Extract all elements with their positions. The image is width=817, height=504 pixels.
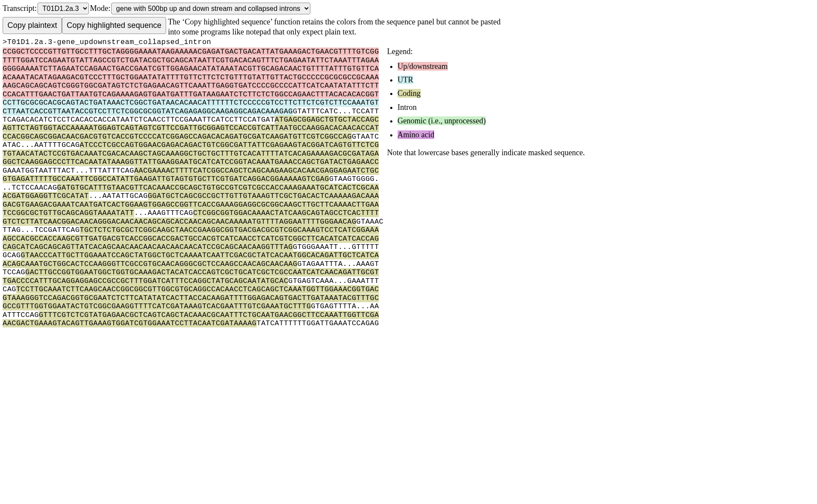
sequence-segment: CTTAATCACCGTTAATACCGTCCTTCTCGGCGCGGTATCA… [3, 107, 293, 116]
sequence-segment: GTGGGAAATT...GTTTTT [293, 243, 379, 251]
legend-item-label: UTR [398, 75, 413, 84]
sequence-segment: GACGTGAAGACGAAATCAATGATCACTGGAAGTGGAGCCG… [3, 201, 379, 209]
copy-plaintext-button[interactable]: Copy plaintext [3, 17, 62, 34]
sequence-segment: ACGATGGAGGTTCGCATAT [3, 192, 89, 200]
sequence-segment: GGCTCAAGGAGCCCTTCACAATATAAAGGTTATTGAAGGA… [3, 158, 379, 166]
sequence-segment: CTCGGCGGTGGACAAAACTATCAAGCAGTAGCCTCACTTT… [193, 209, 379, 217]
sequence-segment: GTAACCCATTGCTTGGAAATCCAGCTATGGCTGCTCAAAA… [21, 251, 379, 259]
sequence-line: CCTTGCGCGCACGCAGTACTGATAAACTCGGCTGATAACA… [3, 99, 384, 107]
sequence-segment: AAGCAGCAGCAGTCGGGTGGCGATAGTCTCTGAGAACAGT… [3, 82, 379, 90]
transcript-select[interactable]: T01D1.2a.3 [37, 3, 89, 14]
sequence-line: GAAATGGTAATTTACT...TTTATTTCAGAACGAAAACTT… [3, 167, 384, 175]
sequence-segment: CCACATTTGAACTGATTAATGTCAGAAAAGAGTGAATGAT… [3, 90, 379, 99]
sequence-segment: ATCCCTCGCCAGTGGAACGAGACAGACTGTCGGCGATTAT… [80, 141, 379, 149]
sequence-segment: GAAATGGTAATTTACT...TTTATTTCAG [3, 167, 134, 175]
copy-highlighted-button[interactable]: Copy highlighted sequence [62, 17, 166, 34]
sequence-segment: GTAGAATTTA...AAAGT [297, 260, 379, 268]
legend-item: Up/downstream [398, 61, 585, 72]
mode-select[interactable]: gene with 500bp up and down stream and c… [111, 3, 310, 14]
legend-title: Legend: [387, 47, 585, 57]
sequence-segment: GTAAAGGGTCCAGACGGTGCGAATCTCTTCATATATCACT… [3, 294, 379, 302]
sequence-line: TCCGGCGCTGTTGCAGCAGGTAAAATATT...AAAGTTTC… [3, 209, 384, 217]
sequence-line: CAGTCCTTGCAAATCTTCAAGCAACCGGCGGCGTTGGCGT… [3, 285, 384, 293]
sequence-line: GTGAGATTTTTGCCAAATTCGGCCATATTGAAGATTGTAG… [3, 175, 384, 183]
sequence-line: CCGGCTCCCCGTTGTTGCCTTTGCTAGGGGAAAATAAGAA… [3, 48, 384, 56]
sequence-line: TCCAGGACTTGCCGGTGGAATGGCTGGTGCAAAGACTACA… [3, 268, 384, 276]
sequence-segment: AACGACTGAAAGTACAGTTGAAAGTGGATCGTGGAAATCC… [3, 319, 257, 327]
sequence-segment: GTAAAC [356, 218, 383, 226]
sequence-segment: AGTTCTAGTGGTACCAAAAATGGAGTCAGTAGTCGTTCCG… [3, 124, 379, 132]
sequence-line: ..TCTCCAACAGGATGTGCATTTGTAACGTTCACAAACCG… [3, 184, 384, 192]
sequence-line: TTAG...TCCGATTCAGTGCTCTCTGCGCTCGGCAAGCTA… [3, 226, 384, 234]
sequence-line: TGTAACATACTCCGTGACAAATCGACACAAGCTAGCAAAG… [3, 150, 384, 158]
sequence-segment: GTGAGATTTTTGCCAAATTCGGCCATATTGAAGATTGTAG… [3, 175, 329, 183]
legend-item-label: Intron [398, 103, 417, 112]
sequence-segment: ACAGCAAATGCTGGCACTCCAAGGGTTCGCCGTGCAACAG… [3, 260, 297, 268]
mode-label: Mode: [90, 3, 110, 14]
sequence-segment: TTAG...TCCGATTCAG [3, 226, 80, 234]
sequence-segment: ..TCTCCAACAG [3, 184, 57, 192]
sequence-line: GCCGTTTGGTGGAATACTGTCGGCGAAGGTTTTCATCGAT… [3, 302, 384, 310]
sequence-segment: GCCGTTTGGTGGAATACTGTCGGCGAAGGTTTTCATCGAT… [3, 302, 311, 310]
sequence-segment: GTTTCGTCTCGTATGAGAACGCTCAGTCAGCTACAAACGC… [39, 311, 379, 319]
sequence-segment: GTGAGTCAAA...GAAATTT [288, 277, 379, 285]
sequence-segment: ATTTCCAG [3, 311, 39, 319]
sequence-segment: TGCTCTCTGCGCTCGGCAAGCTAACCGAAGGCGGTGACGA… [80, 226, 379, 234]
sequence-line: ATTTCCAGGTTTCGTCTCGTATGAGAACGCTCAGTCAGCT… [3, 311, 384, 319]
sequence-segment: GTGAGTTTTA...AA [311, 302, 379, 310]
legend-item-label: Amino acid [398, 130, 434, 139]
sequence-line: GGGGAAAATCTTAGAATCCAGAACTGACCGAATCGTTGGA… [3, 65, 384, 73]
sequence-segment: GGATGCTCAGCGCCGCTTGTTGTAAAGTTCGCTGACACTC… [148, 192, 379, 200]
controls-bar: Transcript: T01D1.2a.3 Mode: gene with 5… [3, 3, 814, 14]
sequence-header: >T01D1.2a.3-gene_updownstream_collapsed_… [3, 37, 814, 47]
sequence-segment: TTTTGGATCCAGAATGTATTAGCCGTCTGATACGCTGCAG… [3, 56, 379, 65]
sequence-line: CCACGGCAGCGGACAACGACGTGTCACCGTCCCCATCGGA… [3, 133, 384, 141]
sequence-line: GGCTCAAGGAGCCCTTCACAATATAAAGGTTATTGAAGGA… [3, 158, 384, 166]
sequence-segment: ...AAAGTTTCAG [134, 209, 193, 217]
sequence-segment: ...AATATTGCAG [89, 192, 148, 200]
sequence-line: ACAGCAAATGCTGGCACTCCAAGGGTTCGCCGTGCAACAG… [3, 260, 384, 268]
sequence-segment: TCCGGCGCTGTTGCAGCAGGTAAAATATT [3, 209, 134, 217]
sequence-line: ACGATGGAGGTTCGCATAT...AATATTGCAGGGATGCTC… [3, 192, 384, 200]
sequence-segment: TATCATTTTTTGGATTGAAATCCAGAG [257, 319, 379, 327]
sequence-line: AGTTCTAGTGGTACCAAAAATGGAGTCAGTAGTCGTTCCG… [3, 124, 384, 132]
sequence-line: GACGTGAAGACGAAATCAATGATCACTGGAAGTGGAGCCG… [3, 201, 384, 209]
legend-item: Coding [398, 89, 585, 99]
sequence-line: AGCCACGCCACCAAGCGTTGATGACGTCACCGGCACCGAC… [3, 235, 384, 243]
sequence-segment: CAGCATCAGCAGCAGTTATCACAGCAACAACAACAACAAC… [3, 243, 293, 251]
sequence-line: GTCTCTTATCAACGGACAACAGGGACAACAACAGCAGCAC… [3, 218, 384, 226]
sequence-line: ACAAATACATAGAAGACGTCCCTTTGCTGGAATATATTTT… [3, 73, 384, 82]
legend-item: Genomic (i.e., unprocessed) [398, 116, 585, 126]
sequence-line: AACGACTGAAAGTACAGTTGAAAGTGGATCGTGGAAATCC… [3, 319, 384, 327]
transcript-label: Transcript: [3, 3, 37, 14]
sequence-segment: GACTTGCCGGTGGAATGGCTGGTGCAAAGACTACATCACC… [25, 268, 379, 276]
legend-footer: Note that lowercase bases generally indi… [387, 148, 585, 158]
sequence-segment: AGCCACGCCACCAAGCGTTGATGACGTCACCGGCACCGAC… [3, 235, 379, 243]
sequence-segment: CCGGCTCCCCGTTGTTGCCTTTGCTAGGGGAAAATAAGAA… [3, 48, 379, 56]
sequence-line: CTTAATCACCGTTAATACCGTCCTTCTCGGCGCGGTATCA… [3, 107, 384, 116]
sequence-segment: ATGAGCGGAGCTGTGCTACCAGC [275, 116, 379, 124]
sequence-segment: GTAATC [352, 133, 379, 141]
sequence-line: TCAGACACATCTCCTCACACCACCATAATCTCAACCTTCC… [3, 116, 384, 124]
sequence-segment: AACGAAAACTTTTCATCGGCCAGCTCAGCAAGAAGCACAA… [134, 167, 379, 175]
sequence-line: GTAAAGGGTCCAGACGGTGCGAATCTCTTCATATATCACT… [3, 294, 384, 302]
legend-item: Intron [398, 102, 585, 112]
legend-item: Amino acid [398, 130, 585, 140]
sequence-segment: TGTAACATACTCCGTGACAAATCGACACAAGCTAGCAAAG… [3, 150, 379, 158]
legend-panel: Legend: Up/downstreamUTRCodingIntronGeno… [387, 47, 585, 166]
legend-item-label: Coding [398, 89, 421, 98]
button-row: Copy plaintext Copy highlighted sequence… [3, 17, 814, 37]
sequence-segment: TCAGACACATCTCCTCACACCACCATAATCTCAACCTTCC… [3, 116, 275, 124]
legend-item: UTR [398, 75, 585, 85]
sequence-segment: ATAC...AATTTTGCAG [3, 141, 80, 149]
sequence-segment: GTAAGTGGGG. [329, 175, 379, 183]
sequence-segment: TGACCCCATTTGCAGGAGGAGCCGCCGCTTTGGATCATTT… [3, 277, 288, 285]
copy-note: The ‘Copy highlighted sequence’ function… [168, 17, 508, 37]
sequence-line: CCACATTTGAACTGATTAATGTCAGAAAAGAGTGAATGAT… [3, 90, 384, 99]
sequence-segment: GTCTCTTATCAACGGACAACAGGGACAACAACAGCAGCAC… [3, 218, 356, 226]
sequence-line: TGACCCCATTTGCAGGAGGAGCCGCCGCTTTGGATCATTT… [3, 277, 384, 285]
sequence-segment: GGGGAAAATCTTAGAATCCAGAACTGACCGAATCGTTGGA… [3, 65, 379, 73]
legend-list: Up/downstreamUTRCodingIntronGenomic (i.e… [398, 61, 585, 140]
legend-item-label: Genomic (i.e., unprocessed) [398, 116, 486, 125]
sequence-segment: CCACGGCAGCGGACAACGACGTGTCACCGTCCCCATCGGA… [3, 133, 352, 141]
